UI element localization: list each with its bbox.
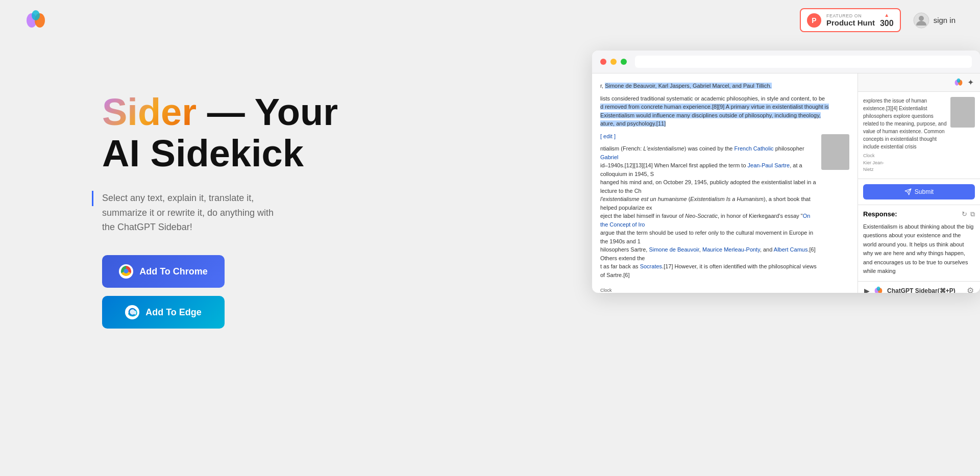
user-avatar-icon [913, 12, 929, 29]
sidebar-input-area: Submit [858, 179, 980, 205]
add-to-chrome-button[interactable]: Add To Chrome [102, 255, 225, 288]
chatgpt-sidebar-label: ChatGPT Sidebar(⌘+P) [887, 287, 955, 293]
left-panel: Sider — Your AI Sidekick Select any text… [102, 61, 347, 329]
response-header: Response: ↻ ⧉ [863, 210, 975, 218]
hero-title-sider: Sider [102, 91, 197, 133]
product-hunt-icon: P [807, 13, 821, 28]
sign-in-label: sign in [934, 16, 955, 24]
wiki-content: r, Simone de Beauvoir, Karl Jaspers, Gab… [592, 73, 857, 293]
svg-point-2 [32, 10, 40, 20]
expand-icon[interactable]: ▶ [864, 287, 870, 293]
sidebar-context-image [950, 97, 975, 128]
svg-point-14 [877, 286, 880, 290]
chrome-icon [119, 264, 133, 279]
traffic-light-green [621, 59, 627, 65]
svg-point-11 [957, 78, 961, 82]
submit-icon [904, 188, 912, 195]
sidebar-response: Response: ↻ ⧉ Existentialism is about th… [858, 205, 980, 282]
bottom-bar-left: ▶ [864, 286, 955, 293]
wiki-para-2: lists considered traditional systematic … [600, 94, 849, 128]
settings-icon[interactable]: ⚙ [967, 286, 974, 293]
browser-mockup: r, Simone de Beauvoir, Karl Jaspers, Gab… [592, 51, 980, 293]
sider-panel-icon [954, 78, 963, 87]
svg-point-7 [125, 270, 128, 273]
product-hunt-text: FEATURED ON Product Hunt [826, 13, 875, 27]
response-text: Existentialism is about thinking about t… [863, 222, 975, 277]
sidebar-panel: ✦ explores the issue of human existence.… [857, 73, 980, 293]
add-to-chrome-label: Add To Chrome [139, 266, 208, 277]
sidebar-context-names: ClockKier Jean-Nietz [863, 153, 975, 173]
ph-name: Product Hunt [826, 18, 875, 27]
extension-icon: ✦ [967, 78, 974, 87]
header: P FEATURED ON Product Hunt ▲ 300 sign in [0, 0, 980, 40]
sidebar-context: explores the issue of human existence.[3… [858, 92, 980, 179]
ph-arrow-icon: ▲ [884, 12, 889, 18]
header-right: P FEATURED ON Product Hunt ▲ 300 sign in [800, 8, 955, 32]
traffic-light-red [600, 59, 606, 65]
sider-logo-icon [24, 9, 47, 32]
url-bar [635, 56, 972, 68]
sidebar-top: ✦ [858, 73, 980, 92]
svg-point-4 [919, 16, 924, 21]
ph-number: 300 [880, 19, 894, 28]
copy-icon[interactable]: ⧉ [970, 210, 975, 218]
sign-in-button[interactable]: sign in [913, 12, 955, 29]
sidebar-submit-button[interactable]: Submit [863, 184, 975, 199]
edge-icon [125, 305, 139, 319]
submit-label: Submit [915, 188, 934, 195]
hero-title: Sider — Your AI Sidekick [102, 91, 347, 174]
sidebar-context-text: explores the issue of human existence.[3… [863, 98, 946, 149]
sider-bottom-logo [874, 286, 883, 293]
browser-titlebar [592, 51, 980, 73]
response-title: Response: [863, 210, 897, 218]
browser-body: r, Simone de Beauvoir, Karl Jaspers, Gab… [592, 73, 980, 293]
sidebar-bottom-bar: ▶ [858, 281, 980, 293]
response-actions: ↻ ⧉ [962, 210, 975, 218]
buttons-container: Add To Chrome Add To Edge [102, 255, 347, 329]
main-content: Sider — Your AI Sidekick Select any text… [0, 40, 980, 349]
wiki-text-block: [ edit ] ntialism (French: L'existential… [600, 132, 817, 284]
traffic-light-yellow [610, 59, 617, 65]
logo-container [24, 9, 47, 32]
ph-featured-label: FEATURED ON [826, 13, 875, 18]
wiki-image-thumbnail [821, 134, 849, 170]
product-hunt-badge[interactable]: P FEATURED ON Product Hunt ▲ 300 [800, 8, 901, 32]
hero-description: Select any text, explain it, translate i… [102, 191, 286, 235]
refresh-icon[interactable]: ↻ [962, 210, 967, 218]
add-to-edge-button[interactable]: Add To Edge [102, 296, 225, 329]
ph-count: ▲ 300 [880, 12, 894, 28]
add-to-edge-label: Add To Edge [145, 307, 202, 318]
wiki-para-1: r, Simone de Beauvoir, Karl Jaspers, Gab… [600, 82, 849, 90]
